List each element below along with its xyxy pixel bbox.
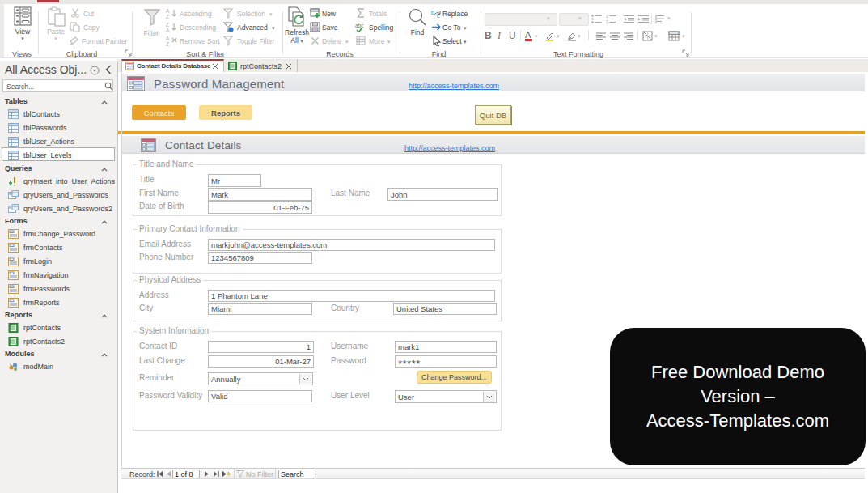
svg-text:A: A: [166, 8, 170, 14]
svg-text:1: 1: [606, 15, 608, 19]
svg-text:Z: Z: [166, 14, 169, 19]
svg-text:Z: Z: [166, 41, 169, 46]
svg-text:A: A: [166, 36, 170, 41]
svg-text:A: A: [166, 28, 170, 32]
svg-text:abc: abc: [355, 23, 364, 28]
svg-text:b: b: [431, 10, 434, 15]
svg-text:Z: Z: [166, 22, 169, 28]
svg-text:2: 2: [606, 20, 608, 23]
